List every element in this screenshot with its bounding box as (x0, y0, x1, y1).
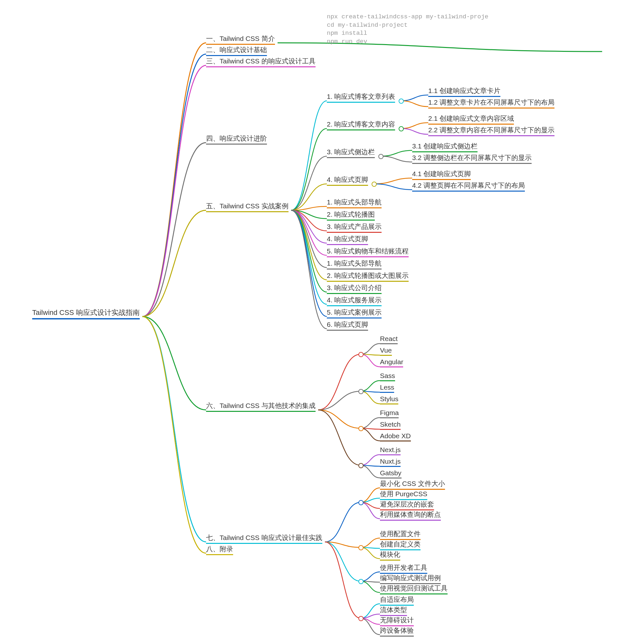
tech-leaf[interactable]: Nuxt.js (380, 458, 401, 467)
tech-leaf[interactable]: Angular (380, 358, 403, 367)
chapter-node[interactable]: 三、Tailwind CSS 的响应式设计工具 (206, 57, 316, 67)
case-node[interactable]: 2. 响应式博客文章内容 (327, 120, 395, 130)
connector-layer (0, 0, 644, 644)
branch-junction (399, 99, 404, 104)
case-node[interactable]: 1. 响应式头部导航 (327, 259, 382, 270)
chapter-node[interactable]: 一、Tailwind CSS 简介 (206, 34, 275, 45)
bp-leaf[interactable]: 使用 PurgeCSS (380, 489, 427, 500)
bp-leaf[interactable]: 自适应布局 (380, 595, 414, 606)
case-node[interactable]: 4. 响应式服务展示 (327, 296, 382, 306)
branch-junction (358, 426, 364, 431)
tech-leaf[interactable]: Gatsby (380, 469, 402, 478)
bp-leaf[interactable]: 模块化 (380, 550, 400, 561)
tech-leaf[interactable]: Next.js (380, 446, 401, 455)
case-node[interactable]: 4. 响应式页脚 (327, 175, 368, 186)
case-node[interactable]: 5. 响应式购物车和结账流程 (327, 247, 409, 257)
tech-leaf[interactable]: React (380, 335, 398, 344)
case-node[interactable]: 5. 响应式案例展示 (327, 308, 382, 318)
code-block: npx create-tailwindcss-app my-tailwind-p… (327, 13, 488, 46)
bp-leaf[interactable]: 使用配置文件 (380, 529, 421, 540)
case-node[interactable]: 4. 响应式页脚 (327, 234, 368, 245)
bp-leaf[interactable]: 创建自定义类 (380, 540, 421, 550)
chapter-node[interactable]: 四、响应式设计进阶 (206, 134, 267, 145)
chapter-node[interactable]: 五、Tailwind CSS 实战案例 (206, 202, 289, 212)
case-node[interactable]: 2. 响应式轮播图或大图展示 (327, 271, 409, 282)
case-node[interactable]: 3. 响应式公司介绍 (327, 283, 382, 294)
tech-leaf[interactable]: Less (380, 384, 394, 393)
case-node[interactable]: 6. 响应式页脚 (327, 320, 368, 331)
case-node[interactable]: 1. 响应式博客文章列表 (327, 92, 395, 103)
bp-leaf[interactable]: 跨设备体验 (380, 626, 414, 637)
case-node[interactable]: 3. 响应式产品展示 (327, 222, 382, 233)
bp-leaf[interactable]: 利用媒体查询的断点 (380, 510, 441, 521)
branch-junction (378, 154, 384, 159)
case-sub-node[interactable]: 4.1 创建响应式页脚 (412, 169, 471, 180)
branch-junction (358, 352, 364, 357)
branch-junction (358, 500, 364, 505)
case-node[interactable]: 1. 响应式头部导航 (327, 198, 382, 208)
branch-junction (358, 545, 364, 550)
branch-junction (399, 126, 404, 131)
root-node[interactable]: Tailwind CSS 响应式设计实战指南 (32, 308, 140, 319)
branch-junction (372, 182, 377, 187)
chapter-node[interactable]: 七、Tailwind CSS 响应式设计最佳实践 (206, 533, 322, 544)
case-sub-node[interactable]: 4.2 调整页脚在不同屏幕尺寸下的布局 (412, 181, 525, 192)
bp-leaf[interactable]: 编写响应式测试用例 (380, 573, 441, 584)
tech-leaf[interactable]: Sass (380, 372, 395, 381)
chapter-node[interactable]: 六、Tailwind CSS 与其他技术的集成 (206, 401, 316, 412)
case-sub-node[interactable]: 1.2 调整文章卡片在不同屏幕尺寸下的布局 (428, 98, 554, 109)
tech-leaf[interactable]: Sketch (380, 421, 401, 430)
tech-leaf[interactable]: Adobe XD (380, 432, 411, 441)
bp-leaf[interactable]: 使用开发者工具 (380, 563, 427, 574)
case-node[interactable]: 2. 响应式轮播图 (327, 210, 375, 221)
branch-junction (358, 616, 364, 621)
branch-junction (358, 463, 364, 468)
bp-leaf[interactable]: 使用视觉回归测试工具 (380, 584, 448, 594)
chapter-node[interactable]: 二、响应式设计基础 (206, 45, 267, 56)
bp-leaf[interactable]: 最小化 CSS 文件大小 (380, 479, 445, 490)
case-node[interactable]: 3. 响应式侧边栏 (327, 147, 375, 158)
branch-junction (358, 389, 364, 394)
case-sub-node[interactable]: 3.1 创建响应式侧边栏 (412, 142, 478, 152)
bp-leaf[interactable]: 避免深层次的嵌套 (380, 500, 434, 510)
tech-leaf[interactable]: Vue (380, 346, 392, 356)
branch-junction (358, 579, 364, 584)
tech-leaf[interactable]: Stylus (380, 395, 398, 404)
chapter-node[interactable]: 八、附录 (206, 545, 233, 555)
case-sub-node[interactable]: 1.1 创建响应式文章卡片 (428, 86, 500, 97)
tech-leaf[interactable]: Figma (380, 409, 399, 418)
case-sub-node[interactable]: 2.1 创建响应式文章内容区域 (428, 114, 514, 125)
bp-leaf[interactable]: 无障碍设计 (380, 616, 414, 626)
case-sub-node[interactable]: 2.2 调整文章内容在不同屏幕尺寸下的显示 (428, 126, 554, 136)
case-sub-node[interactable]: 3.2 调整侧边栏在不同屏幕尺寸下的显示 (412, 153, 532, 164)
bp-leaf[interactable]: 流体类型 (380, 605, 407, 616)
